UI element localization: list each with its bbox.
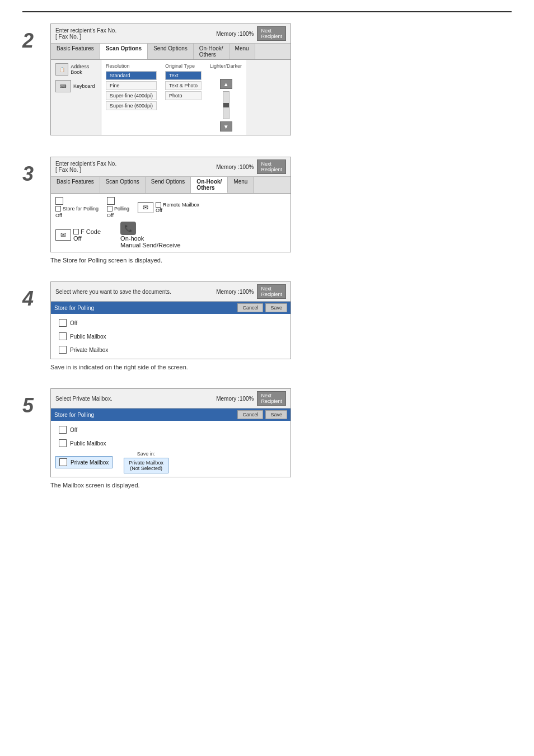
fcode-checkbox[interactable] <box>73 229 79 234</box>
private-store-bar: Store for Polling Cancel Save <box>51 408 291 421</box>
fcode-icon: ✉ <box>55 229 71 241</box>
store-btn-group: Cancel Save <box>237 303 287 312</box>
slider-thumb <box>223 103 229 107</box>
slider-area: ▲ ▼ <box>210 79 242 132</box>
onhook-panel-header: Enter recipient's Fax No. [ Fax No. ] Me… <box>51 157 291 177</box>
step-4-number: 4 <box>22 281 50 372</box>
onhook-tab-scan[interactable]: Scan Options <box>100 177 146 193</box>
off-radio[interactable] <box>59 319 67 327</box>
private-btn-group: Cancel Save <box>237 410 287 419</box>
keyboard-label: Keyboard <box>73 83 95 89</box>
store-polling-radio[interactable] <box>55 197 63 205</box>
private-instruction-label: Select Private Mailbox. <box>55 396 113 402</box>
onhook-tab-send[interactable]: Send Options <box>146 177 191 193</box>
top-divider <box>22 11 512 12</box>
tab-scan-options[interactable]: Scan Options <box>100 44 148 59</box>
orig-text[interactable]: Text <box>165 71 202 80</box>
arrow-up-button[interactable]: ▲ <box>220 79 232 89</box>
private-save-button[interactable]: Save <box>265 410 287 419</box>
onhook-tab-basic[interactable]: Basic Features <box>51 177 100 193</box>
onhook-manual-label: On-hookManual Send/Receive <box>120 235 181 248</box>
priv-private-label: Private Mailbox <box>71 459 109 466</box>
store-next-recipient-button[interactable]: NextRecipient <box>257 284 286 299</box>
private-mailbox-panel: Select Private Mailbox. Memory :100% Nex… <box>50 388 291 477</box>
section-3-description: The Store for Polling screen is displaye… <box>50 257 512 264</box>
scan-options-body: Resolution Standard Fine Super-fine (400… <box>101 60 246 135</box>
lighter-darker-label: Lighter/Darker <box>210 63 242 69</box>
remote-mailbox-checkbox[interactable] <box>156 202 161 208</box>
priv-public-radio[interactable] <box>59 439 67 447</box>
orig-text-photo[interactable]: Text & Photo <box>165 81 202 90</box>
onhook-fax-no-bracket: [ Fax No. ] <box>55 167 116 173</box>
priv-off-radio[interactable] <box>59 426 67 434</box>
arrow-down-button[interactable]: ▼ <box>220 121 232 132</box>
store-for-polling-title: Store for Polling <box>54 305 94 311</box>
fcode-item: ✉ F Code Off <box>55 228 101 242</box>
header-left: Enter recipient's Fax No. [ Fax No. ] <box>55 27 116 40</box>
public-mailbox-radio[interactable] <box>59 332 67 340</box>
onhook-row-2: ✉ F Code Off 📞 On-hookManual Send/Recei <box>55 222 286 248</box>
store-polling-label: Store for Polling <box>63 206 99 212</box>
keyboard-icon: ⌨ <box>55 80 71 92</box>
resolution-col: Resolution Standard Fine Super-fine (400… <box>106 63 157 132</box>
onhook-fax-label: Enter recipient's Fax No. <box>55 161 116 167</box>
address-book-icon: 📋 <box>55 63 68 76</box>
tab-onhook-others[interactable]: On-Hook/Others <box>194 44 229 59</box>
save-in-box: Save in: Private Mailbox(Not Selected) <box>124 451 168 473</box>
resolution-fine[interactable]: Fine <box>106 81 157 90</box>
fax-no-bracket: [ Fax No. ] <box>55 34 116 40</box>
header-right: Memory :100% NextRecipient <box>216 26 286 41</box>
lighter-darker-col: Lighter/Darker ▲ ▼ <box>210 63 242 132</box>
onhook-body: Store for Polling Off Polling Off <box>51 194 291 252</box>
public-mailbox-option-row[interactable]: Public Mailbox <box>55 331 286 342</box>
priv-private-radio[interactable] <box>59 458 67 466</box>
next-recipient-button[interactable]: NextRecipient <box>257 26 286 41</box>
polling-radio[interactable] <box>107 197 115 205</box>
store-polling-status: Off <box>55 213 62 218</box>
orig-photo[interactable]: Photo <box>165 91 202 100</box>
onhook-next-recipient-button[interactable]: NextRecipient <box>257 159 286 174</box>
save-button[interactable]: Save <box>265 303 287 312</box>
polling-label: Polling <box>114 206 129 212</box>
private-mailbox-option-row[interactable]: Private Mailbox <box>55 344 286 355</box>
address-book-label: Address Book <box>71 64 96 75</box>
onhook-tab-menu[interactable]: Menu <box>228 177 254 193</box>
onhook-tab-bar: Basic Features Scan Options Send Options… <box>51 177 291 194</box>
original-type-col: Original Type Text Text & Photo Photo <box>165 63 202 132</box>
onhook-tab-onhook[interactable]: On-Hook/Others <box>191 177 228 193</box>
section-5-description: The Mailbox screen is displayed. <box>50 482 512 489</box>
section-4-description: Save in is indicated on the right side o… <box>50 364 512 370</box>
private-mailbox-label: Private Mailbox <box>70 347 108 353</box>
store-for-polling-bar: Store for Polling Cancel Save <box>51 302 291 314</box>
section-5-content: Select Private Mailbox. Memory :100% Nex… <box>50 388 512 490</box>
resolution-label: Resolution <box>106 63 157 69</box>
section-2: 2 Enter recipient's Fax No. [ Fax No. ] … <box>22 24 512 140</box>
fcode-status: Off <box>73 235 81 242</box>
private-mailbox-radio[interactable] <box>59 346 67 354</box>
priv-private-option-row[interactable]: Private Mailbox <box>55 456 113 468</box>
tab-menu[interactable]: Menu <box>229 44 255 59</box>
original-type-label: Original Type <box>165 63 202 69</box>
cancel-button[interactable]: Cancel <box>237 303 263 312</box>
step-3-number: 3 <box>22 157 50 265</box>
priv-off-option-row[interactable]: Off <box>55 424 286 435</box>
resolution-superfine-600[interactable]: Super-fine (600dpi) <box>106 101 157 110</box>
resolution-standard[interactable]: Standard <box>106 71 157 80</box>
private-header-left: Select Private Mailbox. <box>55 396 113 402</box>
private-cancel-button[interactable]: Cancel <box>237 410 263 419</box>
section-5: 5 Select Private Mailbox. Memory :100% N… <box>22 388 512 490</box>
resolution-superfine-400[interactable]: Super-fine (400dpi) <box>106 91 157 100</box>
store-header-right: Memory :100% NextRecipient <box>216 284 286 299</box>
off-option-row[interactable]: Off <box>55 317 286 328</box>
section-3-content: Enter recipient's Fax No. [ Fax No. ] Me… <box>50 157 512 265</box>
polling-checkbox[interactable] <box>107 206 113 212</box>
priv-public-option-row[interactable]: Public Mailbox <box>55 438 286 449</box>
store-polling-checkbox[interactable] <box>55 206 61 212</box>
remote-mailbox-item: ✉ Remote Mailbox Off <box>138 202 199 213</box>
slider-track[interactable] <box>223 91 229 119</box>
tab-basic-features[interactable]: Basic Features <box>51 44 100 59</box>
tab-send-options[interactable]: Send Options <box>148 44 194 59</box>
address-book-item[interactable]: 📋 Address Book <box>55 63 96 76</box>
private-next-recipient-button[interactable]: NextRecipient <box>257 391 286 406</box>
keyboard-item[interactable]: ⌨ Keyboard <box>55 80 95 92</box>
